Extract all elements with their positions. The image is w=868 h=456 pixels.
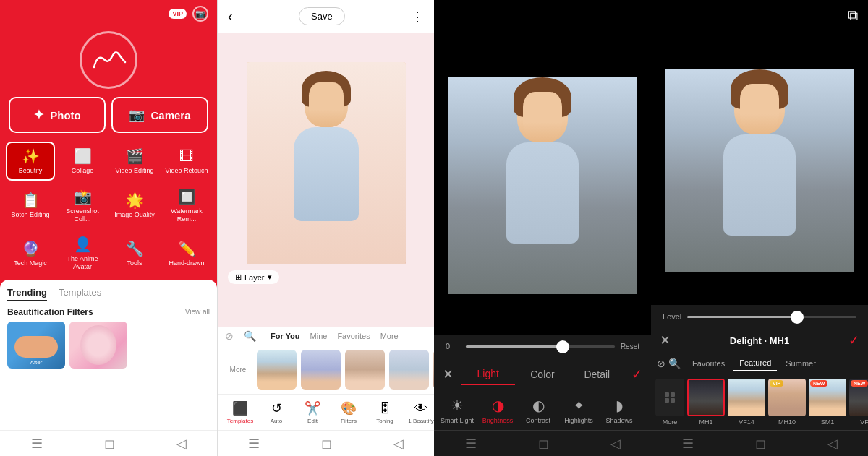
level-slider[interactable] — [687, 316, 856, 318]
tab-mine[interactable]: Mine — [310, 332, 328, 340]
tab-favorites-p4[interactable]: Favorites — [686, 356, 731, 371]
tab-more[interactable]: More — [380, 332, 399, 340]
grid-item-techmagic[interactable]: 🔮 Tech Magic — [6, 231, 55, 275]
home-icon-p3[interactable]: ◻ — [538, 436, 549, 452]
anime-icon: 👤 — [74, 236, 92, 253]
menu-icon[interactable]: ☰ — [31, 436, 43, 452]
more-filter-button[interactable]: More — [655, 379, 684, 426]
home-icon[interactable]: ◻ — [104, 436, 115, 452]
filter-cell-vf16[interactable]: NEW VF16 — [849, 379, 868, 426]
grid-item-screenshot[interactable]: 📸 Screenshot Coll... — [58, 184, 107, 228]
grid-item-watermark[interactable]: 🔲 Watermark Rem... — [162, 184, 211, 228]
video-retouch-label: Video Retouch — [166, 167, 208, 175]
more-button-filter[interactable]: More — [224, 350, 252, 390]
tool-edit[interactable]: ✂️ Edit — [297, 400, 328, 424]
filter-thumb-2[interactable] — [69, 322, 127, 369]
vip-badge[interactable]: VIP — [169, 9, 187, 19]
search-icon-p2[interactable]: 🔍 — [244, 330, 256, 342]
back-icon-p4[interactable]: ◁ — [827, 436, 838, 452]
templates-label: Templates — [227, 418, 253, 424]
grid-item-batch[interactable]: 📋 Botch Editing — [6, 184, 55, 228]
grid-item-quality[interactable]: 🌟 Image Quality — [110, 184, 159, 228]
filter-item-5[interactable] — [433, 350, 434, 390]
check-icon-p3[interactable]: ✓ — [631, 366, 642, 382]
close-icon-p3[interactable]: ✕ — [443, 366, 454, 382]
tab-for-you[interactable]: For You — [271, 332, 300, 340]
layer-tag[interactable]: ⊞ Layer ▾ — [228, 270, 279, 284]
back-button[interactable]: ‹ — [228, 8, 233, 25]
photo-icon: ✦ — [33, 107, 44, 123]
photo-button[interactable]: ✦ Photo — [9, 97, 106, 133]
home-icon-p2[interactable]: ◻ — [321, 436, 332, 452]
camera-button[interactable]: 📷 Camera — [111, 97, 208, 133]
home-icon-p4[interactable]: ◻ — [755, 436, 766, 452]
batch-icon: 📋 — [22, 192, 40, 209]
anime-label: The Anime Avatar — [59, 255, 106, 271]
auto-label: Auto — [271, 418, 282, 424]
panel-main-app: VIP 📷 ✦ Photo 📷 Camera ✨ Beautify ⬜ — [0, 0, 217, 456]
grid-item-beautify[interactable]: ✨ Beautify — [6, 142, 55, 181]
tab-featured-p4[interactable]: Featured — [733, 356, 777, 371]
tool-auto[interactable]: ↺ Auto — [261, 400, 292, 424]
filter-cell-sm1[interactable]: NEW SM1 — [809, 379, 846, 426]
filter-item-4[interactable] — [389, 350, 429, 390]
beautify-tool-icon: 👁 — [414, 401, 427, 416]
quality-icon: 🌟 — [126, 192, 144, 209]
tool-brightness[interactable]: ◑ Brightness — [479, 397, 516, 424]
templates-icon: ⬛ — [232, 400, 248, 416]
reset-button[interactable]: Reset — [621, 343, 639, 350]
filter-thumbnails: After — [7, 322, 210, 369]
tool-shadows[interactable]: ◗ Shadows — [600, 397, 638, 424]
camera-icon-header[interactable]: 📷 — [192, 6, 208, 22]
filter-close-icon[interactable]: ✕ — [660, 332, 671, 348]
brightness-slider[interactable] — [466, 345, 615, 348]
tool-filters[interactable]: 🎨 Filters — [333, 400, 364, 424]
tool-toning[interactable]: 🎛 Toning — [370, 401, 400, 424]
grid-item-tools[interactable]: 🔧 Tools — [110, 231, 159, 275]
menu-icon-p3[interactable]: ☰ — [465, 436, 477, 452]
filter-cell-mh1[interactable]: MH1 — [687, 379, 725, 426]
bottom-nav-p3: ☰ ◻ ◁ — [434, 430, 651, 456]
back-icon-p2[interactable]: ◁ — [393, 436, 404, 452]
filter-header: ✕ Delight · MH1 ✓ — [651, 328, 868, 353]
tab-trending[interactable]: Trending — [7, 287, 47, 301]
grid-item-video-retouch[interactable]: 🎞 Video Retouch — [162, 142, 211, 181]
tool-smart-light[interactable]: ☀ Smart Light — [438, 397, 476, 424]
tab-light[interactable]: Light — [461, 363, 515, 385]
back-icon-p3[interactable]: ◁ — [610, 436, 621, 452]
tab-color[interactable]: Color — [515, 364, 569, 384]
grid-item-anime[interactable]: 👤 The Anime Avatar — [58, 231, 107, 275]
filter-item-1[interactable] — [257, 350, 297, 390]
filter-item-3[interactable] — [345, 350, 385, 390]
tab-detail[interactable]: Detail — [570, 364, 624, 384]
filter-cell-mh10[interactable]: VIP MH10 — [768, 379, 806, 426]
tab-summer-p4[interactable]: Summer — [780, 356, 822, 371]
filter-thumb-1[interactable]: After — [7, 322, 65, 369]
tab-templates[interactable]: Templates — [59, 287, 101, 301]
more-button[interactable]: ⋮ — [411, 9, 424, 25]
filter-cell-vf14[interactable]: VF14 — [728, 379, 765, 426]
contrast-icon: ◐ — [532, 397, 545, 414]
search-icon-p4[interactable]: 🔍 — [668, 358, 681, 369]
grid-item-video-editing[interactable]: 🎬 Video Editing — [110, 142, 159, 181]
menu-icon-p2[interactable]: ☰ — [248, 436, 260, 452]
toning-icon: 🎛 — [378, 401, 391, 416]
tool-highlights[interactable]: ✦ Highlights — [560, 397, 597, 424]
view-all-link[interactable]: View all — [185, 308, 210, 316]
filter-check-icon[interactable]: ✓ — [848, 332, 859, 348]
back-icon[interactable]: ◁ — [176, 436, 187, 452]
tool-templates[interactable]: ⬛ Templates — [225, 400, 255, 424]
grid-item-handdrawn[interactable]: ✏️ Hand-drawn — [162, 231, 211, 275]
save-button[interactable]: Save — [299, 7, 345, 25]
compare-icon[interactable]: ⧉ — [848, 7, 858, 24]
camera-icon: 📷 — [129, 107, 145, 123]
menu-icon-p4[interactable]: ☰ — [682, 436, 694, 452]
layer-chevron-icon: ▾ — [268, 272, 272, 282]
filter-label-sm1: SM1 — [821, 418, 835, 426]
photo-area-p4 — [651, 36, 868, 305]
tool-beautify[interactable]: 👁 1 Beautify — [406, 401, 434, 424]
tool-contrast[interactable]: ◐ Contrast — [519, 397, 557, 424]
grid-item-collage[interactable]: ⬜ Collage — [58, 142, 107, 181]
filter-item-2[interactable] — [301, 350, 341, 390]
tab-favorites[interactable]: Favorites — [337, 332, 370, 340]
